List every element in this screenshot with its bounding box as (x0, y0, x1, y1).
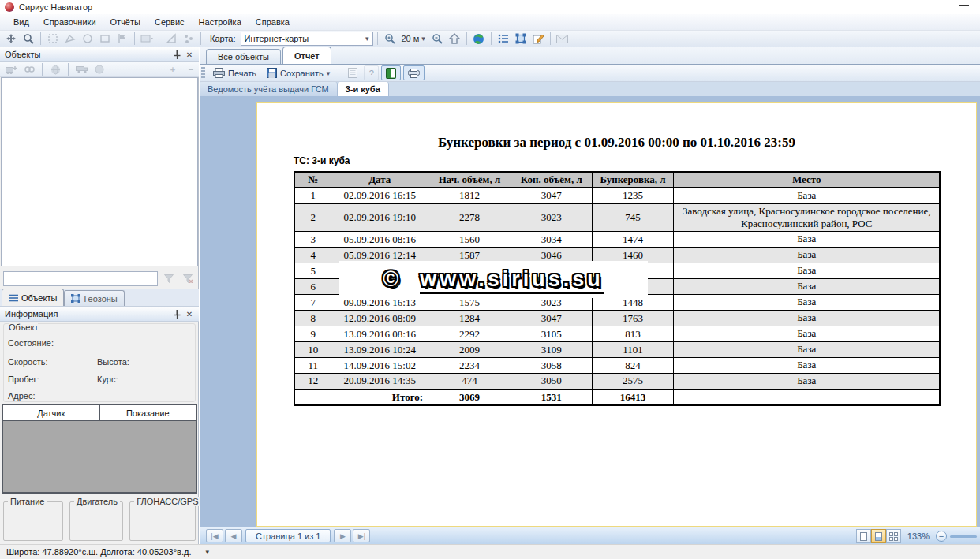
print-button[interactable]: Печать (209, 65, 260, 80)
geozone-icon (71, 294, 80, 303)
table-column-header: Нач. объём, л (428, 172, 511, 188)
close-icon[interactable]: ✕ (183, 49, 196, 61)
book-icon (386, 68, 396, 79)
close-icon[interactable]: ✕ (183, 308, 196, 320)
home-icon[interactable] (447, 32, 462, 46)
menu-item-settings[interactable]: Настройка (192, 15, 249, 29)
fit-width-view-button[interactable] (871, 529, 886, 543)
vehicle-icon[interactable] (73, 62, 89, 76)
sensor-table: Датчик Показание (2, 404, 197, 494)
zoom-in-icon[interactable] (382, 32, 398, 46)
table-cell: 3034 (511, 232, 592, 248)
last-page-button[interactable]: ▶| (353, 529, 370, 542)
prev-page-button[interactable]: ◀ (225, 529, 242, 542)
track-icon[interactable] (181, 32, 196, 46)
pin-icon[interactable] (170, 49, 183, 61)
first-page-button[interactable]: |◀ (206, 529, 223, 542)
filter-input[interactable] (3, 271, 158, 286)
globe-icon[interactable] (471, 32, 487, 46)
table-cell: 02.09.2016 16:15 (331, 188, 428, 203)
add-object-icon[interactable] (3, 62, 19, 76)
table-cell: 8 (294, 311, 331, 326)
pan-tool-icon[interactable] (3, 32, 19, 46)
flag-tool-icon[interactable] (114, 32, 130, 46)
report-viewport[interactable]: Бункеровки за период с 01.09.2016 00:00 … (200, 96, 980, 527)
menu-bar: Вид Справочники Отчёты Сервис Настройка … (0, 14, 980, 31)
tab-all-objects[interactable]: Все объекты (206, 49, 281, 64)
menu-item-directories[interactable]: Справочники (36, 15, 103, 29)
reading-col-header: Показание (100, 405, 196, 420)
table-cell: 1284 (428, 311, 511, 326)
zoom-out-icon[interactable] (429, 32, 445, 46)
tab-geozones[interactable]: Геозоны (64, 290, 124, 306)
edit-icon[interactable] (530, 32, 546, 46)
table-row: 102.09.2016 16:15181230471235База (294, 188, 940, 203)
menu-item-reports[interactable]: Отчёты (103, 15, 148, 29)
book-view-button[interactable] (381, 65, 401, 80)
next-page-button[interactable]: ▶ (334, 529, 351, 542)
chevron-down-icon[interactable]: ▾ (205, 548, 209, 556)
table-cell: База (674, 358, 940, 374)
object-group-label: Объект (9, 322, 38, 332)
rect-tool-icon[interactable] (97, 32, 113, 46)
objects-tree[interactable] (1, 77, 198, 266)
tab-report[interactable]: Отчет (282, 47, 331, 64)
clear-filter-icon[interactable] (180, 272, 196, 286)
sphere-icon[interactable] (92, 62, 107, 76)
help-button[interactable]: ? (364, 65, 379, 80)
report-tab-strip: Ведомость учёта выдачи ГСМ 3-и куба (200, 82, 980, 96)
objects-panel-title: Объекты (5, 50, 40, 59)
pin-icon[interactable] (170, 308, 183, 320)
link-objects-icon[interactable] (21, 62, 37, 76)
menu-item-help[interactable]: Справка (249, 15, 297, 29)
table-cell: 7 (294, 295, 331, 311)
table-cell: 2278 (428, 203, 511, 232)
chevron-down-icon: ▾ (365, 35, 369, 43)
save-button[interactable]: Сохранить ▾ (263, 65, 334, 80)
map-select[interactable]: Интернет-карты ▾ (241, 32, 373, 46)
zoom-select-icon[interactable] (21, 32, 36, 46)
fit-width-icon (875, 532, 882, 541)
minimize-icon[interactable] (959, 5, 969, 6)
speed-label: Скорость: (8, 357, 48, 367)
mail-icon[interactable] (555, 32, 570, 46)
objects-list-icon[interactable] (496, 32, 511, 46)
multi-page-view-button[interactable] (886, 529, 901, 543)
collapse-all-icon[interactable]: − (183, 62, 199, 76)
zoom-slider[interactable] (950, 535, 977, 538)
glonass-group: ГЛОНАСС/GPS (129, 501, 196, 541)
circle-tool-icon[interactable] (80, 32, 95, 46)
tab-objects[interactable]: Объекты (2, 289, 64, 306)
indicator-groups: Питание Двигатель ГЛОНАСС/GPS (0, 498, 199, 541)
table-cell: База (674, 374, 940, 389)
tab-3i-kuba[interactable]: 3-и куба (338, 82, 389, 96)
polygon-cut-icon[interactable] (62, 32, 78, 46)
table-cell: 1 (294, 188, 331, 203)
tab-fuel-sheet[interactable]: Ведомость учёта выдачи ГСМ (200, 82, 338, 96)
page-setup-button[interactable] (344, 65, 361, 80)
zoom-out-button[interactable]: − (936, 531, 947, 542)
expand-all-icon[interactable]: + (165, 62, 181, 76)
layers-icon[interactable] (139, 32, 155, 46)
zoom-scale-select[interactable]: 20 м ▾ (399, 34, 428, 43)
polygon-edit-icon[interactable] (45, 32, 61, 46)
menu-item-view[interactable]: Вид (6, 15, 36, 29)
table-column-header: № (294, 172, 331, 188)
filter-icon[interactable] (161, 272, 177, 286)
toolbar-grip[interactable] (201, 67, 205, 80)
measure-icon[interactable] (163, 32, 179, 46)
geozone-icon[interactable] (513, 32, 529, 46)
single-page-view-button[interactable] (856, 529, 871, 543)
map-select-value: Интернет-карты (245, 34, 309, 43)
table-cell: База (674, 232, 940, 248)
table-cell: Заводская улица, Красносулинское городск… (674, 203, 940, 232)
table-row: 202.09.2016 19:1022783023745Заводская ул… (294, 203, 940, 232)
table-cell: 9 (294, 326, 331, 342)
table-cell: 3 (294, 232, 331, 248)
menu-item-service[interactable]: Сервис (148, 15, 192, 29)
save-label: Сохранить (280, 69, 324, 78)
globe-small-icon[interactable] (47, 62, 63, 76)
print-layout-button[interactable] (403, 65, 425, 80)
watermark-url: www.sirius.su (420, 267, 604, 294)
table-cell: 1560 (428, 232, 511, 248)
